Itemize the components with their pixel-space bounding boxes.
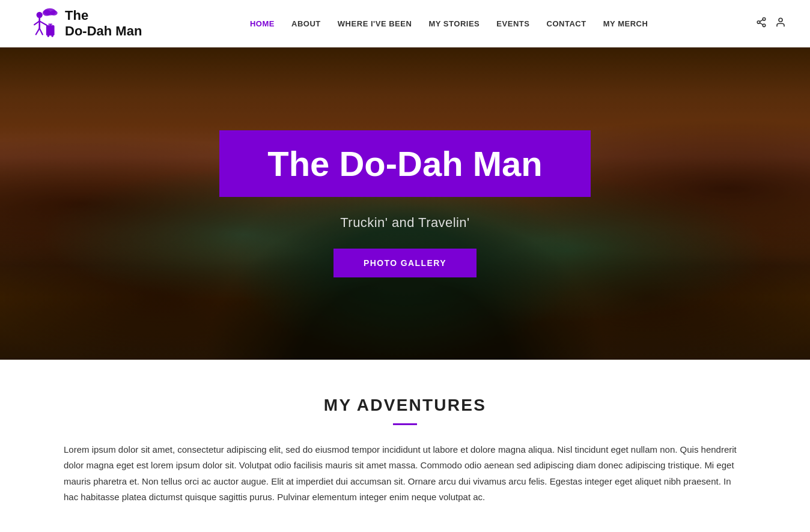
- hero-title: The Do-Dah Man: [267, 144, 543, 184]
- svg-rect-9: [46, 25, 55, 35]
- hero-content: The Do-Dah Man Truckin' and Travelin' PH…: [219, 130, 591, 277]
- svg-point-19: [779, 18, 782, 22]
- nav-link-stories[interactable]: MY STORIES: [428, 19, 480, 28]
- svg-line-6: [40, 21, 47, 25]
- logo-icon: [24, 5, 60, 41]
- adventures-body: Lorem ipsum dolor sit amet, consectetur …: [64, 442, 746, 505]
- nav-item-merch[interactable]: MY MERCH: [603, 18, 648, 29]
- user-icon[interactable]: [775, 17, 786, 31]
- svg-point-1: [43, 10, 51, 16]
- nav-link-merch[interactable]: MY MERCH: [603, 19, 648, 28]
- logo-line1: The: [65, 8, 142, 23]
- hero-section: The Do-Dah Man Truckin' and Travelin' PH…: [0, 47, 810, 360]
- nav-link-about[interactable]: ABOUT: [291, 19, 321, 28]
- logo[interactable]: The Do-Dah Man: [24, 5, 142, 41]
- adventures-section: MY ADVENTURES Lorem ipsum dolor sit amet…: [0, 360, 810, 532]
- svg-line-8: [40, 28, 43, 34]
- nav-item-about[interactable]: ABOUT: [291, 18, 321, 29]
- svg-line-17: [760, 23, 763, 25]
- nav-item-home[interactable]: HOME: [250, 18, 275, 29]
- svg-line-18: [760, 19, 763, 21]
- nav-link-where[interactable]: WHERE I'VE BEEN: [338, 19, 412, 28]
- navbar: The Do-Dah Man HOME ABOUT WHERE I'VE BEE…: [0, 0, 810, 47]
- svg-point-2: [50, 10, 58, 16]
- logo-line2: Do-Dah Man: [65, 23, 142, 39]
- adventures-divider: [393, 423, 417, 425]
- share-icon[interactable]: [756, 17, 767, 31]
- nav-item-where[interactable]: WHERE I'VE BEEN: [338, 18, 412, 29]
- svg-point-12: [47, 35, 49, 37]
- adventures-heading: MY ADVENTURES: [64, 396, 746, 415]
- svg-point-3: [37, 12, 43, 18]
- nav-link-contact[interactable]: CONTACT: [546, 19, 586, 28]
- nav-item-events[interactable]: EVENTS: [496, 18, 529, 29]
- hero-subtitle: Truckin' and Travelin': [340, 215, 469, 231]
- nav-link-events[interactable]: EVENTS: [496, 19, 529, 28]
- photo-gallery-button[interactable]: PHOTO GALLERY: [333, 249, 477, 277]
- nav-link-home[interactable]: HOME: [250, 19, 275, 28]
- nav-item-stories[interactable]: MY STORIES: [428, 18, 480, 29]
- svg-point-13: [51, 35, 53, 37]
- nav-icon-group: [756, 17, 786, 31]
- svg-line-7: [36, 28, 40, 34]
- nav-item-contact[interactable]: CONTACT: [546, 18, 586, 29]
- hero-title-box: The Do-Dah Man: [219, 130, 591, 197]
- nav-links: HOME ABOUT WHERE I'VE BEEN MY STORIES EV…: [250, 18, 648, 29]
